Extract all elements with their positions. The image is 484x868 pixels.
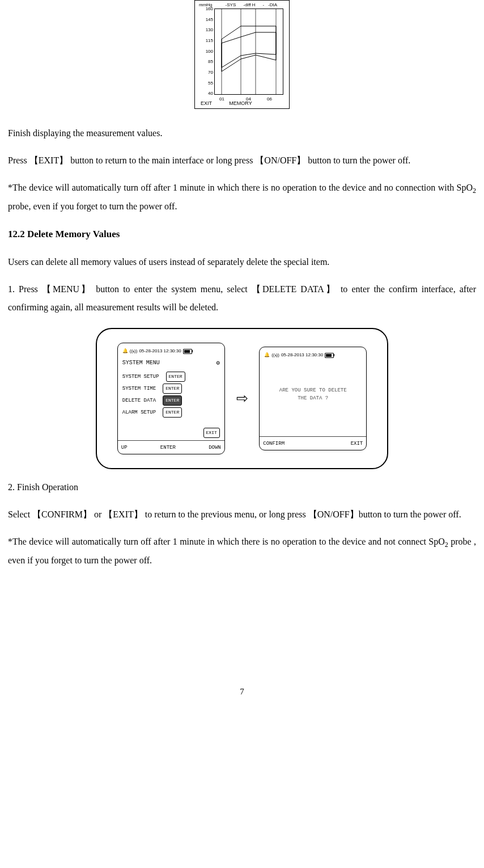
memory-chart-figure: mmHg -SYS -diff H - -DIA 160 145 130 115… <box>8 0 476 115</box>
gear-icon: ⚙ <box>216 357 220 369</box>
battery-icon <box>325 353 334 358</box>
chart-memory-label: MEMORY <box>229 100 252 106</box>
battery-icon <box>183 349 192 354</box>
enter-button-selected: ENTER <box>163 395 182 406</box>
chart-exit-label: EXIT <box>201 100 212 106</box>
enter-button: ENTER <box>163 407 182 418</box>
paragraph: *The device will automatically turn off … <box>8 179 476 216</box>
enter-button: ENTER <box>163 384 182 394</box>
softkey-down: DOWN <box>209 443 221 453</box>
svg-marker-5 <box>222 32 276 71</box>
paragraph: Press 【EXIT】 button to return to the mai… <box>8 151 476 170</box>
timestamp: 05-28-2013 12:30:30 <box>139 347 181 356</box>
section-heading: 12.2 Delete Memory Values <box>8 225 476 244</box>
device-menu-screen: 🔔 ((₁)) 05-28-2013 12:30:30 SYSTEM MENU … <box>117 343 225 454</box>
softkey-confirm: CONFIRM <box>263 439 285 449</box>
arrow-right-icon: ⇨ <box>236 380 248 418</box>
softkey-up: UP <box>121 443 128 453</box>
page-number: 7 <box>8 683 476 700</box>
softkey-exit: EXIT <box>351 439 363 449</box>
paragraph: Select 【CONFIRM】 or 【EXIT】 to return to … <box>8 505 476 524</box>
paragraph: *The device will automatically turn off … <box>8 533 476 570</box>
softkey-enter: ENTER <box>160 443 176 453</box>
paragraph: 1. Press 【MENU】 button to enter the syst… <box>8 280 476 317</box>
device-confirm-screen: 🔔 ((₁)) 05-28-2013 12:30:30 ARE YOU SURE… <box>259 347 367 450</box>
confirm-line-2: THE DATA ? <box>298 395 328 401</box>
alarm-icon: 🔔 <box>264 351 270 360</box>
timestamp: 05-28-2013 12:30:30 <box>281 351 323 360</box>
paragraph: Finish displaying the measurement values… <box>8 124 476 142</box>
menu-title: SYSTEM MENU <box>122 357 160 369</box>
chart-plot <box>215 9 283 94</box>
signal-icon: ((₁)) <box>130 347 138 356</box>
exit-button: EXIT <box>203 428 220 438</box>
menu-illustration: 🔔 ((₁)) 05-28-2013 12:30:30 SYSTEM MENU … <box>8 328 476 469</box>
confirm-line-1: ARE YOU SURE TO DELETE <box>279 387 347 393</box>
paragraph: 2. Finish Operation <box>8 478 476 496</box>
paragraph: Users can delete all memory values of us… <box>8 253 476 271</box>
signal-icon: ((₁)) <box>271 351 279 360</box>
enter-button: ENTER <box>166 372 185 382</box>
alarm-icon: 🔔 <box>122 347 128 356</box>
